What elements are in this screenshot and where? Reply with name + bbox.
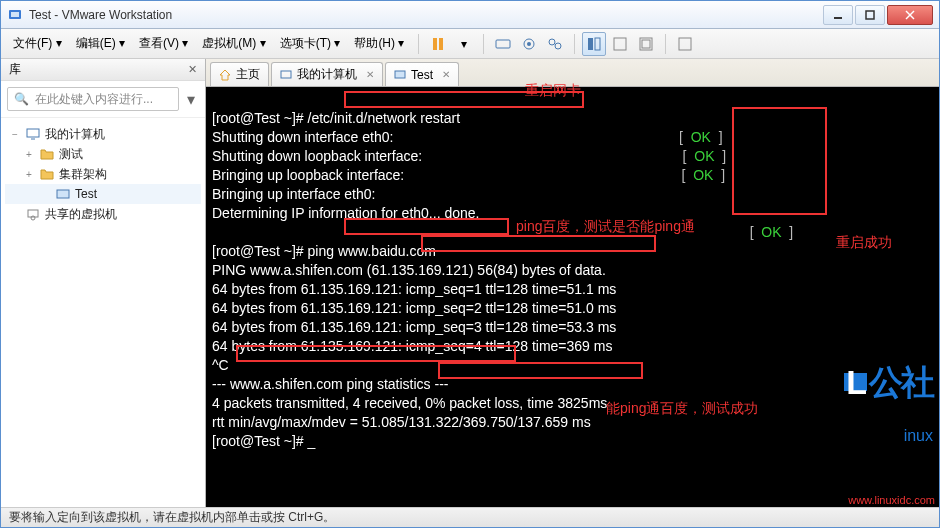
sidebar-close-icon[interactable]: ✕: [188, 63, 197, 76]
folder-icon: [39, 166, 55, 182]
tree-item-folder-test[interactable]: + 测试: [5, 144, 201, 164]
power-dropdown-icon[interactable]: ▾: [452, 32, 476, 56]
folder-icon: [39, 146, 55, 162]
tab-close-icon[interactable]: ✕: [366, 69, 374, 80]
highlight-box: [732, 107, 827, 215]
svg-rect-25: [395, 71, 405, 78]
highlight-box: [236, 345, 516, 362]
tab-my-computer[interactable]: 我的计算机 ✕: [271, 62, 383, 86]
vm-icon: [394, 69, 406, 81]
close-button[interactable]: [887, 5, 933, 25]
menu-edit[interactable]: 编辑(E) ▾: [70, 31, 131, 56]
annotation: 能ping通百度，测试成功: [606, 399, 758, 417]
svg-rect-24: [281, 71, 291, 78]
tab-close-icon[interactable]: ✕: [442, 69, 450, 80]
watermark: L公社 inux www.linuxidc.com: [844, 337, 933, 499]
svg-rect-7: [439, 38, 443, 50]
snapshot-manager-icon[interactable]: [543, 32, 567, 56]
fullscreen-icon[interactable]: [673, 32, 697, 56]
sidebar-heading: 库 ✕: [1, 59, 205, 81]
svg-rect-8: [496, 40, 510, 48]
tree-item-my-computer[interactable]: − 我的计算机: [5, 124, 201, 144]
menu-help[interactable]: 帮助(H) ▾: [348, 31, 410, 56]
svg-rect-15: [614, 38, 626, 50]
highlight-box: [438, 362, 643, 379]
svg-rect-21: [57, 190, 69, 198]
vm-icon: [55, 186, 71, 202]
tab-test[interactable]: Test ✕: [385, 62, 459, 86]
shared-vm-icon: [25, 206, 41, 222]
search-dropdown-icon[interactable]: ▾: [183, 90, 199, 109]
svg-rect-6: [433, 38, 437, 50]
annotation: 重启网卡: [525, 82, 581, 100]
menu-view[interactable]: 查看(V) ▾: [133, 31, 194, 56]
minimize-button[interactable]: [823, 5, 853, 25]
snapshot-icon[interactable]: [517, 32, 541, 56]
highlight-box: [344, 218, 509, 235]
search-input[interactable]: 🔍 在此处键入内容进行...: [7, 87, 179, 111]
svg-point-12: [555, 43, 561, 49]
svg-rect-13: [588, 38, 593, 50]
svg-rect-18: [679, 38, 691, 50]
menubar: 文件(F) ▾ 编辑(E) ▾ 查看(V) ▾ 虚拟机(M) ▾ 选项卡(T) …: [1, 29, 939, 59]
monitor-icon: [280, 69, 292, 81]
svg-rect-19: [27, 129, 39, 137]
highlight-box: [421, 235, 656, 252]
annotation: 重启成功: [836, 233, 892, 251]
search-icon: 🔍: [14, 92, 29, 106]
titlebar[interactable]: Test - VMware Workstation: [1, 1, 939, 29]
send-keys-icon[interactable]: [491, 32, 515, 56]
annotation: ping百度，测试是否能ping通: [516, 217, 695, 235]
home-icon: [219, 69, 231, 81]
svg-point-11: [549, 39, 555, 45]
svg-rect-14: [595, 38, 600, 50]
window-title: Test - VMware Workstation: [29, 8, 172, 22]
terminal-output[interactable]: [root@Test ~]# /etc/init.d/network resta…: [206, 87, 939, 507]
tree-item-shared[interactable]: 共享的虚拟机: [5, 204, 201, 224]
sidebar: 库 ✕ 🔍 在此处键入内容进行... ▾ − 我的计算机 +: [1, 59, 206, 507]
app-window: Test - VMware Workstation 文件(F) ▾ 编辑(E) …: [0, 0, 940, 528]
svg-point-10: [527, 42, 531, 46]
tab-home[interactable]: 主页: [210, 62, 269, 86]
menu-vm[interactable]: 虚拟机(M) ▾: [196, 31, 271, 56]
app-icon: [7, 7, 23, 23]
view-thumbnail-icon[interactable]: [582, 32, 606, 56]
tree-item-folder-cluster[interactable]: + 集群架构: [5, 164, 201, 184]
svg-rect-3: [866, 11, 874, 19]
svg-rect-17: [642, 40, 650, 48]
menu-tabs[interactable]: 选项卡(T) ▾: [274, 31, 347, 56]
svg-rect-1: [11, 12, 19, 17]
library-tree: − 我的计算机 + 测试 + 集群架构 Test: [1, 118, 205, 230]
pause-icon[interactable]: [426, 32, 450, 56]
main-area: 主页 我的计算机 ✕ Test ✕ [root@Test ~]# /etc/in…: [206, 59, 939, 507]
status-bar: 要将输入定向到该虚拟机，请在虚拟机内部单击或按 Ctrl+G。: [1, 507, 939, 527]
view-console-icon[interactable]: [608, 32, 632, 56]
view-unity-icon[interactable]: [634, 32, 658, 56]
maximize-button[interactable]: [855, 5, 885, 25]
monitor-icon: [25, 126, 41, 142]
menu-file[interactable]: 文件(F) ▾: [7, 31, 68, 56]
tree-item-vm-test[interactable]: Test: [5, 184, 201, 204]
